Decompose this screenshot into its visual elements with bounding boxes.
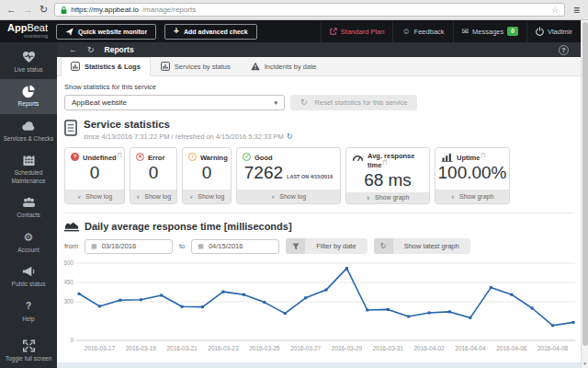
app-top-bar: AppBeat monitoring Quick website monitor… [0,20,581,42]
quick-monitor-label: Quick website monitor [78,29,147,35]
feedback-link[interactable]: ☺ Feedback [392,20,452,42]
document-icon [64,120,77,136]
filter-by-date-button[interactable]: Filter by date [286,238,367,254]
browser-back-button[interactable]: ← [6,5,17,15]
stats-tab-icon [71,62,80,71]
card-label: Error [148,153,165,162]
page-scrollbar[interactable]: ▾ [581,20,588,368]
card-action-show-log[interactable]: ∨Show log [183,190,231,203]
sidebar-item-live-status[interactable]: Live status [0,45,57,79]
card-label: Warning [200,153,229,162]
standard-plan-link[interactable]: Standard Plan [321,20,393,42]
tab-label: Statistics & Logs [85,63,141,71]
svg-text:0: 0 [70,337,74,343]
svg-text:2016-04-02: 2016-04-02 [413,345,445,351]
logo-text-light: Beat [27,22,48,33]
service-filter-label: Show statistics for this service [64,83,573,91]
sidebar-item-label: Live status [14,66,42,74]
user-menu[interactable]: Vladimir [526,20,581,42]
svg-text:2016-04-06: 2016-04-06 [496,345,527,351]
quick-website-monitor-button[interactable]: Quick website monitor [56,24,156,40]
sidebar-item-label: Reports [18,100,40,108]
warning-status-icon: ! [188,153,197,161]
appbeat-logo[interactable]: AppBeat monitoring [7,23,48,40]
svg-text:450: 450 [64,279,74,285]
logo-text-bold: App [7,22,27,33]
filter-by-date-label: Filter by date [305,242,367,250]
sidebar-item-services-checks[interactable]: Services & Checks [0,114,57,148]
show-latest-graph-button[interactable]: ↻ Show latest graph [374,238,470,254]
refresh-icon[interactable]: ↻ [287,132,293,141]
area-chart-icon [64,220,79,232]
sidebar-item-contacts[interactable]: Contacts [0,190,57,224]
url-domain: https://my.appbeat.io [71,6,139,14]
sidebar-item-toggle-full-screen[interactable]: Toggle full screen [0,334,57,368]
sidebar-item-help[interactable]: ?Help [0,294,57,328]
sidebar-item-label: Services & Checks [4,135,54,143]
sidebar-item-scheduled-maintenance[interactable]: Scheduled Maintenance [0,148,57,190]
browser-forward-button[interactable]: → [23,5,33,15]
svg-text:2016-04-08: 2016-04-08 [537,345,569,351]
svg-text:2016-03-21: 2016-03-21 [166,345,198,351]
chevron-down-icon: ∨ [271,194,275,200]
svg-text:2016-03-19: 2016-03-19 [126,345,157,351]
browser-refresh-button[interactable]: ↻ [40,5,48,15]
card-action-show-graph[interactable]: ∨Show graph [346,192,429,203]
plus-icon: + [174,27,179,36]
stat-card-error: ✕Error0∨Show log [130,147,177,204]
card-action-show-graph[interactable]: ∨Show graph [435,190,509,203]
from-date-input[interactable]: ▦ 03/16/2016 [85,239,173,254]
sidebar-item-account[interactable]: ⚙Account [0,225,57,259]
sidebar-item-reports[interactable]: Reports [0,79,57,113]
tab-services-by-status[interactable]: Services by status [151,57,241,76]
nav-back-button[interactable]: ← [69,46,77,54]
browser-chrome: ← → ↻ https://my.appbeat.io/manage/repor… [0,0,588,20]
sidebar-item-label: Toggle full screen [6,355,52,362]
browser-address-bar[interactable]: https://my.appbeat.io/manage/reports ☆ [54,3,565,17]
tab-statistics-logs[interactable]: Statistics & Logs [61,57,151,76]
reset-statistics-label: Reset statistics for this service [315,98,408,107]
reset-statistics-button[interactable]: ↻ Reset statistics for this service [290,95,417,110]
svg-text:2016-03-17: 2016-03-17 [85,345,116,351]
card-value: 0 [202,162,212,185]
service-statistics-subtitle: since 4/13/2016 7:31:22 PM / refreshed o… [84,132,293,141]
page-help-button[interactable]: ? [559,45,569,55]
sidebar-item-public-status[interactable]: Public status [0,259,57,293]
chevron-down-icon: ∨ [77,194,81,200]
browser-menu-icon[interactable]: ≡ [571,4,582,17]
from-label: from [64,242,78,250]
svg-text:2016-03-27: 2016-03-27 [290,345,322,351]
plan-label: Standard Plan [341,28,385,36]
bookmark-star-icon[interactable]: ☆ [551,6,559,15]
uptime-bars-icon [441,153,453,162]
svg-text:2016-04-04: 2016-04-04 [455,345,486,351]
card-action-show-log[interactable]: ∨Show log [65,190,124,203]
stat-card-uptime: Uptime[*]100.00%∨Show graph [435,147,510,204]
chevron-down-icon: ∨ [189,194,193,200]
service-select[interactable]: AppBeat website ▾ [64,95,285,110]
stat-card-undefined: ?Undefined[*]0∨Show log [64,147,125,204]
to-date-input[interactable]: ▦ 04/15/2016 [191,239,279,254]
nav-refresh-button[interactable]: ↻ [87,46,95,54]
card-action-show-log[interactable]: ∨Show log [130,190,176,203]
calendar-icon: ▦ [91,243,97,249]
tab-incidents-by-date[interactable]: Incidents by date [241,57,327,76]
service-statistics-title: Service statistics [84,119,293,130]
chevron-down-icon: ∨ [451,194,455,200]
card-action-show-log[interactable]: ∨Show log [237,190,340,203]
logo-subtitle: monitoring [7,34,48,40]
scrollbar-down-arrow[interactable]: ▾ [582,359,588,367]
messages-link[interactable]: ✉ Messages 0 [453,20,526,42]
response-time-chart: 60045030002016-03-172016-03-192016-03-21… [64,258,573,361]
svg-text:600: 600 [64,259,74,266]
send-icon [65,28,74,36]
funnel-icon [286,238,305,254]
messages-count-badge: 0 [507,27,518,36]
scrollbar-thumb[interactable] [582,22,588,346]
card-label: Avg. response time[*] [368,153,424,169]
page-title: Reports [105,45,134,54]
add-advanced-check-button[interactable]: + Add advanced check [164,24,256,40]
svg-text:300: 300 [64,298,74,305]
url-path: /manage/reports [142,6,196,14]
megaphone-icon [22,265,36,278]
